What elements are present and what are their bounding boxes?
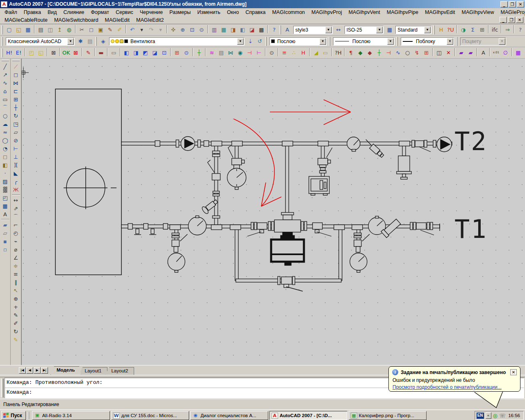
zoom-realtime-button[interactable]: ⊕ bbox=[178, 25, 187, 34]
magi-opening-button[interactable]: ◩ bbox=[141, 48, 150, 57]
magi-help-h-button[interactable]: ?H bbox=[333, 48, 343, 57]
layer-color-swatch[interactable] bbox=[124, 39, 128, 43]
text-style-button[interactable]: A bbox=[283, 25, 292, 34]
tray-phone-icon[interactable]: ☏ bbox=[499, 413, 506, 418]
magi-h-button[interactable]: H! bbox=[5, 48, 14, 57]
open-button[interactable]: ◱ bbox=[14, 25, 23, 34]
markup-set-manager-button[interactable]: ◪ bbox=[247, 25, 257, 34]
arc-button[interactable]: ⌒ bbox=[1, 103, 10, 112]
layer-thaw-icon[interactable] bbox=[115, 39, 119, 43]
magi-text-rotate-button[interactable]: A bbox=[479, 48, 488, 57]
table-style-button[interactable]: ▦ bbox=[385, 25, 394, 34]
taskbar-task-3[interactable]: ◉Диалог специалистов А... bbox=[190, 411, 268, 420]
chevron-down-icon[interactable]: ▼ bbox=[237, 38, 244, 45]
magi-panel-button[interactable]: ⊡ bbox=[160, 48, 169, 57]
web-button[interactable]: ◍ bbox=[64, 25, 74, 34]
dim-linear-button[interactable]: ↔ bbox=[11, 196, 21, 204]
region-button[interactable]: ◰ bbox=[1, 194, 10, 202]
quick-leader-button[interactable]: ↖ bbox=[11, 286, 21, 294]
magi-find-button[interactable]: ○ bbox=[403, 48, 412, 57]
array-button[interactable]: ⊞ bbox=[11, 95, 21, 103]
chevron-down-icon[interactable]: ▼ bbox=[376, 27, 383, 33]
toolbar-grip[interactable] bbox=[280, 25, 281, 34]
magi-hatch-button[interactable]: ◪ bbox=[150, 48, 160, 57]
polyline-button[interactable]: ∿ bbox=[1, 79, 10, 87]
magi-pack1-button[interactable]: ◆ bbox=[356, 48, 365, 57]
mtext-button[interactable]: A bbox=[1, 210, 10, 218]
insert-block-button[interactable]: ◻ bbox=[1, 153, 10, 161]
dim-baseline-button[interactable]: ≡ bbox=[11, 270, 21, 278]
layer-lock-icon[interactable] bbox=[120, 39, 123, 43]
dim-style-combo[interactable]: ISO-25 ▼ bbox=[345, 26, 384, 34]
sheet-set-manager-button[interactable]: ◧ bbox=[238, 25, 247, 34]
taskbar-task-2[interactable]: Wдля СУ 155.doc - Micros... bbox=[111, 411, 189, 420]
menu-help[interactable]: Справка bbox=[242, 9, 269, 16]
block-editor-button[interactable]: ✐ bbox=[115, 25, 124, 34]
color-combo[interactable]: Послою ▼ bbox=[269, 37, 327, 46]
publish-button[interactable]: ↥ bbox=[55, 25, 64, 34]
break-button[interactable]: ][ bbox=[11, 161, 21, 169]
taskbar-task-1[interactable]: ▣All-Radio 3.14 bbox=[32, 411, 110, 420]
dim-update-button[interactable]: ↻ bbox=[11, 327, 21, 336]
magi-zero-button[interactable]: ∅ bbox=[501, 48, 510, 57]
workspace-settings-button[interactable]: ✱ bbox=[76, 37, 85, 46]
draworder-below-button[interactable]: ▫ bbox=[1, 245, 10, 253]
table-edit-button[interactable]: ⊞ bbox=[477, 25, 487, 34]
magi-center-button[interactable]: ⊙ bbox=[267, 48, 276, 57]
magi-outlet-button[interactable]: ⊙ bbox=[182, 48, 191, 57]
dim-radius-button[interactable]: ◴ bbox=[11, 229, 21, 237]
revcloud-button[interactable]: ☁ bbox=[1, 120, 10, 128]
trim-button[interactable]: ⊘ bbox=[11, 136, 21, 144]
taskbar-task-5[interactable]: ▦Калорифер.png - Прогр... bbox=[349, 411, 427, 420]
workspace-combo[interactable]: Классический AutoCAD ▼ bbox=[6, 37, 75, 46]
magi-delete-button[interactable]: ✕ bbox=[444, 48, 453, 57]
menu-draw[interactable]: Черчение bbox=[137, 9, 166, 16]
zoom-previous-button[interactable]: ⊙ bbox=[197, 25, 206, 34]
spline-button[interactable]: ≈ bbox=[1, 128, 10, 136]
tab-layout2[interactable]: Layout2 bbox=[105, 367, 134, 375]
layer-on-icon[interactable] bbox=[111, 39, 114, 43]
magi-wires-button[interactable]: ≋ bbox=[207, 48, 217, 57]
magi-move-button[interactable]: ┼ bbox=[194, 48, 204, 57]
magi-sine-button[interactable]: ∿ bbox=[393, 48, 403, 57]
magi-hsym-button[interactable]: H bbox=[299, 48, 308, 57]
magi-x01-button[interactable]: x:01 bbox=[491, 48, 501, 57]
line-button[interactable]: ╱ bbox=[1, 62, 10, 71]
layer-combo[interactable]: Вентилюга ▼ bbox=[109, 37, 244, 46]
doc-minimize-button[interactable]: _ bbox=[500, 17, 507, 23]
menu-window[interactable]: Окно bbox=[224, 9, 242, 16]
menu-format[interactable]: Формат bbox=[88, 9, 112, 16]
properties-button[interactable]: ▥ bbox=[210, 25, 219, 34]
magi-wedge-button[interactable]: ◢ bbox=[311, 48, 321, 57]
gradient-button[interactable]: ▓ bbox=[1, 185, 10, 194]
undo-drop-button[interactable]: ▾ bbox=[137, 25, 146, 34]
refedit-button[interactable]: ◑ bbox=[459, 25, 468, 34]
toolbar-grip[interactable] bbox=[397, 37, 398, 46]
toolbar-grip[interactable] bbox=[2, 25, 3, 34]
chevron-down-icon[interactable]: ▼ bbox=[424, 27, 431, 33]
magi-flag-button[interactable]: ¶ bbox=[346, 48, 356, 57]
tab-prev-button[interactable]: ◀ bbox=[26, 367, 33, 374]
toolbar-grip[interactable] bbox=[96, 37, 97, 46]
menu-magihpvproj[interactable]: MAGIhpvProj bbox=[308, 9, 345, 16]
help-button[interactable]: ? bbox=[269, 25, 279, 34]
help-u-button[interactable]: ?U bbox=[446, 25, 455, 34]
dim-aligned-button[interactable]: ⇗ bbox=[11, 204, 21, 212]
plot-button[interactable]: ▤ bbox=[36, 25, 46, 34]
lineweight-combo[interactable]: Поблоку ▼ bbox=[401, 37, 454, 46]
table-style-combo[interactable]: Standard ▼ bbox=[395, 26, 431, 34]
menu-magicommon[interactable]: MAGIcommon bbox=[269, 9, 308, 16]
chevron-down-icon[interactable]: ▼ bbox=[325, 27, 332, 33]
extend-button[interactable]: ⊢ bbox=[11, 144, 21, 153]
pan-button[interactable]: ✜ bbox=[169, 25, 178, 34]
dim-style-button[interactable]: ↔ bbox=[334, 25, 343, 34]
magi-valve-button[interactable]: ⋈ bbox=[226, 48, 235, 57]
tool-palettes-button[interactable]: ◨ bbox=[228, 25, 238, 34]
magi-cancel-button[interactable]: ⊠ bbox=[71, 48, 80, 57]
ellipse-arc-button[interactable]: ◔ bbox=[1, 144, 10, 153]
close-button[interactable]: ✕ bbox=[517, 1, 524, 7]
menu-magiecableroute[interactable]: MAGIeCableRoute bbox=[1, 16, 51, 24]
dim-text-edit-button[interactable]: ✐ bbox=[11, 319, 21, 327]
help-context-button[interactable]: ? bbox=[516, 25, 525, 34]
chevron-down-icon[interactable]: ▼ bbox=[320, 38, 326, 45]
